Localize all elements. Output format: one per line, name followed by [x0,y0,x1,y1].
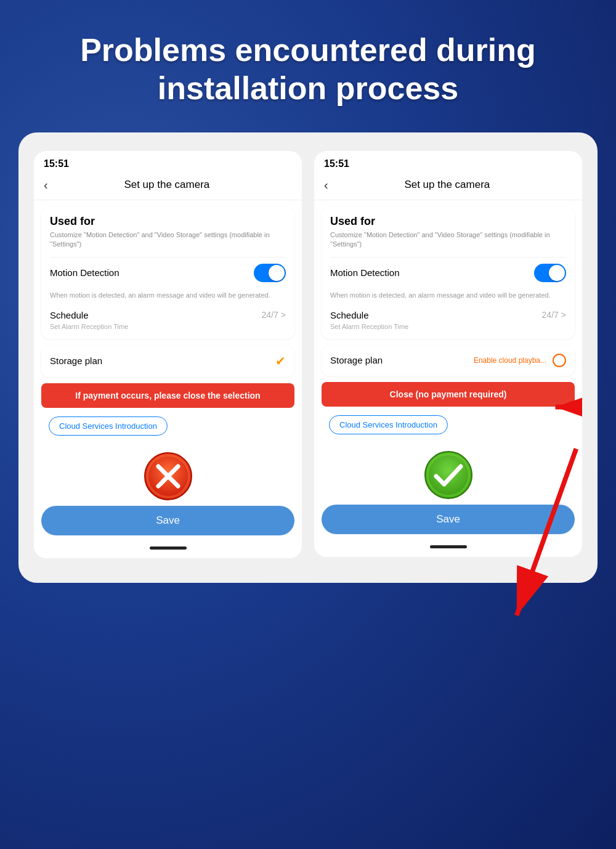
right-motion-toggle[interactable] [534,264,566,282]
right-save-button[interactable]: Save [322,505,575,534]
right-motion-label: Motion Detection [330,267,400,278]
left-cloud-intro-button[interactable]: Cloud Services Introduction [49,416,168,436]
right-schedule-desc: Set Alarm Reception Time [330,322,566,330]
right-storage-label: Storage plan [330,355,383,365]
left-used-for-title: Used for [50,215,286,228]
left-used-for-subtitle: Customize "Motion Detection" and "Video … [50,230,286,250]
page-header: Problems encountered during installation… [0,0,616,132]
right-phone-panel: 15:51 ‹ Set up the camera Used for Custo… [314,151,582,557]
right-used-for-title: Used for [330,215,566,228]
left-back-button[interactable]: ‹ [44,178,48,192]
right-motion-desc: When motion is detected, an alarm messag… [330,288,566,305]
right-schedule-row[interactable]: Schedule 24/7 > [330,305,566,322]
left-schedule-row[interactable]: Schedule 24/7 > [50,305,286,322]
left-home-indicator [150,546,187,550]
right-storage-section: Storage plan Enable cloud playba... [322,345,575,376]
left-nav-header: ‹ Set up the camera [34,173,302,200]
right-close-button[interactable]: Close (no payment required) [322,382,575,407]
right-home-indicator [430,545,467,548]
left-motion-toggle[interactable] [254,264,286,282]
right-cloud-intro-wrapper: Cloud Services Introduction [314,412,582,443]
left-motion-desc: When motion is detected, an alarm messag… [50,288,286,305]
right-storage-circle[interactable] [553,354,566,367]
left-storage-section: Storage plan ✔ [41,345,294,377]
right-storage-controls: Enable cloud playba... [474,354,566,367]
svg-point-4 [425,452,472,498]
left-save-button[interactable]: Save [41,506,294,535]
right-back-button[interactable]: ‹ [324,178,328,192]
right-screen-title: Set up the camera [334,179,560,191]
left-motion-label: Motion Detection [50,267,120,278]
left-schedule-desc: Set Alarm Reception Time [50,322,286,330]
right-storage-row: Storage plan Enable cloud playba... [330,354,566,367]
page-title: Problems encountered during installation… [49,31,567,108]
left-error-icon [144,452,193,501]
left-motion-detection-row: Motion Detection [50,257,286,288]
main-card: 15:51 ‹ Set up the camera Used for Custo… [18,132,598,583]
right-icon-section [314,443,582,505]
right-cloud-intro-button[interactable]: Cloud Services Introduction [329,415,448,434]
right-schedule-value: 24/7 > [542,310,566,320]
left-schedule-value: 24/7 > [262,310,286,320]
right-panel-wrapper: 15:51 ‹ Set up the camera Used for Custo… [314,151,582,558]
left-icon-section [34,444,302,506]
right-enable-cloud-text: Enable cloud playba... [474,356,546,365]
right-status-bar: 15:51 [314,151,582,173]
left-storage-row: Storage plan ✔ [50,354,286,368]
right-motion-detection-row: Motion Detection [330,257,566,288]
left-phone-panel: 15:51 ‹ Set up the camera Used for Custo… [34,151,302,558]
right-schedule-label: Schedule [330,310,369,320]
left-storage-label: Storage plan [50,355,102,366]
right-used-for-card: Used for Customize "Motion Detection" an… [322,206,575,339]
left-warning-button[interactable]: If payment occurs, please close the sele… [41,383,294,408]
right-nav-header: ‹ Set up the camera [314,173,582,200]
left-cloud-intro-wrapper: Cloud Services Introduction [34,413,302,444]
left-schedule-label: Schedule [50,310,89,320]
left-used-for-card: Used for Customize "Motion Detection" an… [41,206,294,339]
left-storage-check-icon: ✔ [275,354,286,368]
right-success-icon [424,450,473,500]
right-toggle-knob [549,265,565,281]
left-toggle-knob [269,265,285,281]
left-status-bar: 15:51 [34,151,302,173]
right-used-for-subtitle: Customize "Motion Detection" and "Video … [330,230,566,250]
left-screen-title: Set up the camera [54,179,280,191]
